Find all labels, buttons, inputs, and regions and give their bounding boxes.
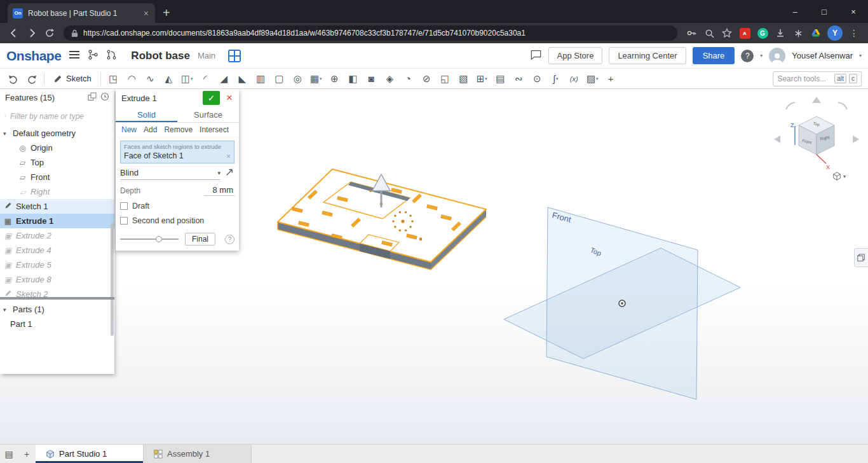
parts-section-header[interactable]: ▾ Parts (1): [0, 302, 114, 317]
variable-icon[interactable]: (x): [565, 71, 583, 86]
window-maximize-button[interactable]: □: [810, 0, 839, 23]
sketch-planes[interactable]: Front Top: [504, 207, 740, 399]
rollback-bar[interactable]: [0, 297, 114, 300]
user-name[interactable]: Yousef Alsenwar: [792, 51, 853, 60]
replace-face-icon[interactable]: ▧: [454, 71, 473, 86]
tree-item-extrude-4[interactable]: ▣ Extrude 4: [0, 243, 114, 258]
window-minimize-button[interactable]: –: [780, 0, 810, 23]
workspace-name[interactable]: Main: [198, 51, 215, 60]
versions-icon[interactable]: [88, 50, 99, 62]
tree-item-extrude-2[interactable]: ▣ Extrude 2: [0, 228, 114, 243]
draft-checkbox[interactable]: [120, 202, 128, 210]
tree-item-part-1[interactable]: Part 1: [0, 317, 114, 331]
mode-add[interactable]: Add: [144, 125, 157, 134]
dropdown-caret-icon[interactable]: ▾: [485, 76, 487, 81]
mode-new[interactable]: New: [121, 125, 137, 134]
hamburger-menu-icon[interactable]: [69, 50, 80, 62]
boolean-icon[interactable]: ◙: [362, 71, 381, 86]
onshape-logo[interactable]: Onshape: [6, 48, 61, 64]
confirm-button[interactable]: ✓: [203, 91, 220, 105]
roll-cw-icon[interactable]: [838, 102, 847, 109]
depth-input[interactable]: 8 mm: [204, 185, 234, 196]
tab-close-icon[interactable]: ×: [142, 8, 150, 18]
caret-down-icon[interactable]: ▾: [3, 307, 10, 313]
modify-fillet-icon[interactable]: ◔: [399, 71, 417, 86]
extrude-icon[interactable]: ◳: [104, 71, 123, 86]
view-options-menu[interactable]: ▾: [832, 172, 846, 181]
help-caret-icon[interactable]: ▾: [760, 53, 763, 59]
rollback-slider[interactable]: [120, 238, 179, 240]
shell-icon[interactable]: ▢: [270, 71, 288, 86]
download-icon[interactable]: [771, 25, 789, 41]
dropdown-caret-icon[interactable]: ▾: [596, 76, 599, 81]
slider-handle[interactable]: [156, 236, 162, 242]
dialog-help-icon[interactable]: ?: [225, 235, 234, 244]
loft-icon[interactable]: ◭: [159, 71, 178, 86]
key-icon[interactable]: [682, 25, 700, 41]
dropdown-caret-icon[interactable]: ▾: [556, 76, 559, 81]
curve-icon[interactable]: ∫▾: [546, 71, 565, 86]
linear-pattern-icon[interactable]: ▦▾: [307, 71, 325, 86]
browser-profile-avatar[interactable]: Y: [827, 25, 843, 41]
part-side-face[interactable]: [431, 209, 486, 270]
undo-icon[interactable]: [4, 71, 22, 86]
move-face-icon[interactable]: ◱: [436, 71, 454, 86]
asterisk-extension-icon[interactable]: [789, 25, 807, 41]
reload-icon[interactable]: [41, 25, 58, 41]
new-tab-button[interactable]: +: [163, 6, 170, 23]
mode-remove[interactable]: Remove: [164, 125, 193, 134]
history-clock-icon[interactable]: [100, 92, 109, 103]
final-button[interactable]: Final: [185, 233, 215, 245]
feature-filter-input[interactable]: [10, 112, 110, 121]
back-icon[interactable]: [5, 25, 23, 41]
tree-item-top-plane[interactable]: ▱ Top: [0, 155, 114, 170]
dropdown-caret-icon[interactable]: ▾: [320, 76, 322, 81]
sketch-button[interactable]: Sketch: [48, 74, 97, 83]
bookmark-star-icon[interactable]: [718, 25, 736, 41]
tree-item-extrude-1[interactable]: ▣ Extrude 1: [0, 214, 114, 228]
caret-down-icon[interactable]: ▾: [3, 130, 10, 137]
rotate-right-icon[interactable]: [853, 135, 859, 143]
tree-item-sketch-1[interactable]: Sketch 1: [0, 199, 114, 214]
transform-icon[interactable]: ⊞▾: [473, 71, 491, 86]
drive-extension-icon[interactable]: [807, 25, 825, 41]
comments-icon[interactable]: [530, 49, 542, 63]
offset-surface-icon[interactable]: ▤: [491, 71, 510, 86]
part-model[interactable]: [278, 169, 486, 270]
help-icon[interactable]: ?: [741, 50, 754, 62]
part-side-face[interactable]: [278, 222, 431, 270]
mode-intersect[interactable]: Intersect: [200, 125, 229, 134]
end-condition-select[interactable]: Blind ▾: [120, 166, 220, 180]
tab-part-studio-1[interactable]: Part Studio 1: [36, 445, 144, 463]
document-status-icon[interactable]: [228, 50, 241, 62]
flip-direction-icon[interactable]: [225, 167, 234, 179]
view-cube[interactable]: Top Front Right Z X: [774, 97, 859, 170]
hole-icon[interactable]: ◎: [288, 71, 307, 86]
window-close-button[interactable]: ×: [839, 0, 868, 23]
tree-item-extrude-5[interactable]: ▣ Extrude 5: [0, 258, 114, 272]
tree-item-default-geometry[interactable]: ▾ Default geometry: [0, 126, 114, 141]
second-end-checkbox[interactable]: [120, 217, 128, 225]
custom-feature-icon[interactable]: ▨▾: [583, 71, 602, 86]
panel-scrollbar[interactable]: [111, 223, 114, 336]
circular-pattern-icon[interactable]: ⊕: [325, 71, 344, 86]
cancel-button[interactable]: ×: [223, 91, 236, 105]
sweep-icon[interactable]: ∿: [141, 71, 159, 86]
fillet-icon[interactable]: ◜: [196, 71, 215, 86]
tree-item-front-plane[interactable]: ▱ Front: [0, 170, 114, 184]
split-icon[interactable]: ◈: [381, 71, 399, 86]
insert-tool-icon[interactable]: +: [602, 71, 620, 86]
rotate-left-icon[interactable]: [774, 135, 780, 143]
zoom-icon[interactable]: [700, 25, 718, 41]
browser-menu-icon[interactable]: ⋮: [845, 25, 863, 41]
folder-icon[interactable]: [88, 92, 97, 103]
document-title[interactable]: Robot base: [131, 50, 190, 62]
tab-manager-icon[interactable]: ▤: [0, 445, 18, 463]
forward-icon[interactable]: [23, 25, 41, 41]
dropdown-caret-icon[interactable]: ▾: [191, 76, 193, 81]
browser-tab[interactable]: On Robot base | Part Studio 1 ×: [8, 3, 155, 23]
delete-face-icon[interactable]: ⊘: [417, 71, 436, 86]
selection-field[interactable]: Faces and sketch regions to extrude Face…: [120, 141, 234, 163]
grammarly-extension-icon[interactable]: G: [754, 25, 771, 41]
point-icon[interactable]: ⊙: [528, 71, 546, 86]
